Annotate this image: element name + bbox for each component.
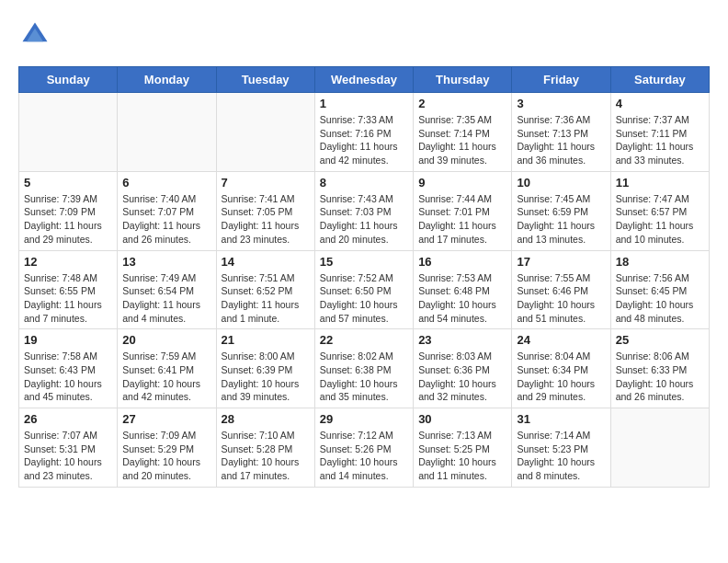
calendar-cell: 3Sunrise: 7:36 AM Sunset: 7:13 PM Daylig… bbox=[512, 93, 610, 172]
calendar-cell: 24Sunrise: 8:04 AM Sunset: 6:34 PM Dayli… bbox=[512, 329, 610, 408]
day-info: Sunrise: 8:02 AM Sunset: 6:38 PM Dayligh… bbox=[320, 350, 408, 404]
calendar-cell: 2Sunrise: 7:35 AM Sunset: 7:14 PM Daylig… bbox=[414, 93, 512, 172]
day-info: Sunrise: 7:07 AM Sunset: 5:31 PM Dayligh… bbox=[24, 429, 112, 483]
calendar-cell: 22Sunrise: 8:02 AM Sunset: 6:38 PM Dayli… bbox=[314, 329, 413, 408]
day-info: Sunrise: 8:03 AM Sunset: 6:36 PM Dayligh… bbox=[418, 350, 506, 404]
calendar-cell: 14Sunrise: 7:51 AM Sunset: 6:52 PM Dayli… bbox=[216, 250, 314, 329]
day-info: Sunrise: 7:10 AM Sunset: 5:28 PM Dayligh… bbox=[222, 429, 310, 483]
calendar-week-row: 19Sunrise: 7:58 AM Sunset: 6:43 PM Dayli… bbox=[19, 329, 710, 408]
day-info: Sunrise: 7:51 AM Sunset: 6:52 PM Dayligh… bbox=[222, 271, 310, 326]
calendar-cell: 12Sunrise: 7:48 AM Sunset: 6:55 PM Dayli… bbox=[19, 250, 118, 329]
header-saturday: Saturday bbox=[610, 67, 709, 93]
day-info: Sunrise: 7:45 AM Sunset: 6:59 PM Dayligh… bbox=[517, 192, 605, 247]
calendar-cell: 21Sunrise: 8:00 AM Sunset: 6:39 PM Dayli… bbox=[216, 329, 314, 408]
calendar-week-row: 26Sunrise: 7:07 AM Sunset: 5:31 PM Dayli… bbox=[19, 408, 710, 488]
day-number: 4 bbox=[616, 97, 704, 110]
day-info: Sunrise: 7:41 AM Sunset: 7:05 PM Dayligh… bbox=[222, 192, 310, 247]
calendar-cell: 28Sunrise: 7:10 AM Sunset: 5:28 PM Dayli… bbox=[216, 408, 314, 488]
calendar-week-row: 1Sunrise: 7:33 AM Sunset: 7:16 PM Daylig… bbox=[19, 93, 710, 172]
day-number: 28 bbox=[222, 412, 310, 426]
calendar-cell: 27Sunrise: 7:09 AM Sunset: 5:29 PM Dayli… bbox=[118, 408, 216, 488]
header-tuesday: Tuesday bbox=[216, 67, 314, 93]
day-number: 8 bbox=[320, 176, 408, 190]
day-number: 2 bbox=[418, 97, 506, 110]
day-info: Sunrise: 7:09 AM Sunset: 5:29 PM Dayligh… bbox=[122, 429, 210, 483]
calendar-cell: 20Sunrise: 7:59 AM Sunset: 6:41 PM Dayli… bbox=[118, 329, 216, 408]
day-info: Sunrise: 8:04 AM Sunset: 6:34 PM Dayligh… bbox=[517, 350, 605, 404]
day-number: 30 bbox=[418, 412, 506, 426]
day-number: 24 bbox=[517, 333, 605, 347]
day-number: 29 bbox=[320, 412, 408, 426]
calendar-body: 1Sunrise: 7:33 AM Sunset: 7:16 PM Daylig… bbox=[19, 93, 710, 488]
header-thursday: Thursday bbox=[414, 67, 512, 93]
calendar-header: SundayMondayTuesdayWednesdayThursdayFrid… bbox=[19, 67, 710, 93]
day-number: 12 bbox=[24, 255, 112, 269]
day-number: 1 bbox=[320, 97, 408, 110]
day-number: 27 bbox=[122, 412, 210, 426]
day-info: Sunrise: 8:00 AM Sunset: 6:39 PM Dayligh… bbox=[222, 350, 310, 404]
calendar-cell bbox=[216, 93, 314, 172]
day-info: Sunrise: 7:59 AM Sunset: 6:41 PM Dayligh… bbox=[122, 350, 210, 404]
calendar-cell: 7Sunrise: 7:41 AM Sunset: 7:05 PM Daylig… bbox=[216, 171, 314, 250]
calendar-cell: 26Sunrise: 7:07 AM Sunset: 5:31 PM Dayli… bbox=[19, 408, 118, 488]
calendar-cell: 4Sunrise: 7:37 AM Sunset: 7:11 PM Daylig… bbox=[610, 93, 709, 172]
day-number: 6 bbox=[122, 176, 210, 190]
day-number: 3 bbox=[517, 97, 605, 110]
day-number: 10 bbox=[517, 176, 605, 190]
calendar-week-row: 12Sunrise: 7:48 AM Sunset: 6:55 PM Dayli… bbox=[19, 250, 710, 329]
day-info: Sunrise: 7:43 AM Sunset: 7:03 PM Dayligh… bbox=[320, 192, 408, 247]
day-info: Sunrise: 7:44 AM Sunset: 7:01 PM Dayligh… bbox=[418, 192, 506, 247]
calendar-cell: 17Sunrise: 7:55 AM Sunset: 6:46 PM Dayli… bbox=[512, 250, 610, 329]
day-info: Sunrise: 7:36 AM Sunset: 7:13 PM Dayligh… bbox=[517, 113, 605, 167]
page-header bbox=[18, 18, 710, 52]
calendar-cell: 9Sunrise: 7:44 AM Sunset: 7:01 PM Daylig… bbox=[414, 171, 512, 250]
header-monday: Monday bbox=[118, 67, 216, 93]
day-number: 25 bbox=[616, 333, 704, 347]
day-number: 19 bbox=[24, 333, 112, 347]
calendar-cell: 18Sunrise: 7:56 AM Sunset: 6:45 PM Dayli… bbox=[610, 250, 709, 329]
calendar-week-row: 5Sunrise: 7:39 AM Sunset: 7:09 PM Daylig… bbox=[19, 171, 710, 250]
calendar-cell bbox=[19, 93, 118, 172]
calendar-cell: 29Sunrise: 7:12 AM Sunset: 5:26 PM Dayli… bbox=[314, 408, 413, 488]
calendar-cell: 19Sunrise: 7:58 AM Sunset: 6:43 PM Dayli… bbox=[19, 329, 118, 408]
calendar-cell: 10Sunrise: 7:45 AM Sunset: 6:59 PM Dayli… bbox=[512, 171, 610, 250]
day-number: 21 bbox=[222, 333, 310, 347]
calendar-table: SundayMondayTuesdayWednesdayThursdayFrid… bbox=[18, 66, 710, 488]
logo bbox=[18, 18, 57, 52]
day-number: 22 bbox=[320, 333, 408, 347]
calendar-cell bbox=[610, 408, 709, 488]
header-sunday: Sunday bbox=[19, 67, 118, 93]
day-info: Sunrise: 7:58 AM Sunset: 6:43 PM Dayligh… bbox=[24, 350, 112, 404]
day-info: Sunrise: 7:12 AM Sunset: 5:26 PM Dayligh… bbox=[320, 429, 408, 483]
day-info: Sunrise: 7:35 AM Sunset: 7:14 PM Dayligh… bbox=[418, 113, 506, 167]
calendar-cell: 1Sunrise: 7:33 AM Sunset: 7:16 PM Daylig… bbox=[314, 93, 413, 172]
calendar-cell: 23Sunrise: 8:03 AM Sunset: 6:36 PM Dayli… bbox=[414, 329, 512, 408]
day-number: 9 bbox=[418, 176, 506, 190]
calendar-cell: 11Sunrise: 7:47 AM Sunset: 6:57 PM Dayli… bbox=[610, 171, 709, 250]
day-number: 16 bbox=[418, 255, 506, 269]
calendar-cell: 15Sunrise: 7:52 AM Sunset: 6:50 PM Dayli… bbox=[314, 250, 413, 329]
day-number: 26 bbox=[24, 412, 112, 426]
day-info: Sunrise: 7:55 AM Sunset: 6:46 PM Dayligh… bbox=[517, 271, 605, 326]
calendar-cell: 30Sunrise: 7:13 AM Sunset: 5:25 PM Dayli… bbox=[414, 408, 512, 488]
day-number: 31 bbox=[517, 412, 605, 426]
day-number: 13 bbox=[122, 255, 210, 269]
header-wednesday: Wednesday bbox=[314, 67, 413, 93]
day-info: Sunrise: 7:47 AM Sunset: 6:57 PM Dayligh… bbox=[616, 192, 704, 247]
day-info: Sunrise: 7:40 AM Sunset: 7:07 PM Dayligh… bbox=[122, 192, 210, 247]
day-info: Sunrise: 7:56 AM Sunset: 6:45 PM Dayligh… bbox=[616, 271, 704, 326]
calendar-cell bbox=[118, 93, 216, 172]
calendar-cell: 8Sunrise: 7:43 AM Sunset: 7:03 PM Daylig… bbox=[314, 171, 413, 250]
day-number: 14 bbox=[222, 255, 310, 269]
day-number: 15 bbox=[320, 255, 408, 269]
day-info: Sunrise: 7:33 AM Sunset: 7:16 PM Dayligh… bbox=[320, 113, 408, 167]
day-info: Sunrise: 7:13 AM Sunset: 5:25 PM Dayligh… bbox=[418, 429, 506, 483]
header-friday: Friday bbox=[512, 67, 610, 93]
day-number: 20 bbox=[122, 333, 210, 347]
calendar-cell: 5Sunrise: 7:39 AM Sunset: 7:09 PM Daylig… bbox=[19, 171, 118, 250]
calendar-cell: 16Sunrise: 7:53 AM Sunset: 6:48 PM Dayli… bbox=[414, 250, 512, 329]
calendar-cell: 6Sunrise: 7:40 AM Sunset: 7:07 PM Daylig… bbox=[118, 171, 216, 250]
header-row: SundayMondayTuesdayWednesdayThursdayFrid… bbox=[19, 67, 710, 93]
day-number: 5 bbox=[24, 176, 112, 190]
day-info: Sunrise: 7:49 AM Sunset: 6:54 PM Dayligh… bbox=[122, 271, 210, 326]
